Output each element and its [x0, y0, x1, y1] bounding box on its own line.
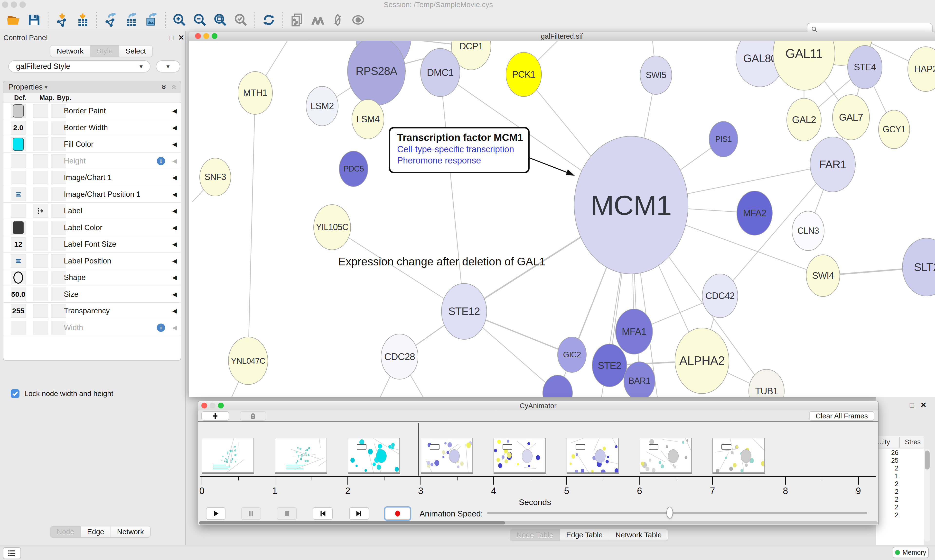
- expand-row-icon[interactable]: ◀: [173, 219, 177, 236]
- tab-select[interactable]: Select: [119, 46, 152, 57]
- timeline-frame-1[interactable]: [275, 438, 327, 474]
- mapping-cell[interactable]: [33, 104, 48, 118]
- table-scrollbar[interactable]: [924, 449, 930, 542]
- annotation-box[interactable]: Transcription factor MCM1 Cell-type-spec…: [389, 127, 529, 173]
- collapse-all-icon[interactable]: »: [168, 85, 179, 89]
- mapping-cell[interactable]: [33, 154, 48, 168]
- default-cell[interactable]: [11, 271, 26, 285]
- column-header[interactable]: ...ity: [878, 438, 890, 446]
- stop-button[interactable]: [277, 507, 297, 520]
- expand-row-icon[interactable]: ◀: [173, 153, 177, 169]
- default-cell[interactable]: 50.0: [11, 288, 26, 301]
- expand-row-icon[interactable]: ◀: [173, 303, 177, 319]
- skip-start-button[interactable]: [313, 507, 333, 520]
- node-LSM4[interactable]: LSM4: [352, 99, 384, 139]
- mapping-cell[interactable]: [33, 221, 48, 234]
- property-row-width[interactable]: Widthi◀: [3, 319, 181, 336]
- show-panels-button[interactable]: [3, 547, 21, 559]
- node-YIL105C[interactable]: YIL105C: [313, 205, 351, 250]
- node-YNL047C[interactable]: YNL047C: [228, 337, 268, 385]
- delete-frame-button[interactable]: [240, 411, 266, 421]
- node-BAR1[interactable]: BAR1: [623, 362, 655, 397]
- tab-node-table[interactable]: Node Table: [510, 529, 560, 540]
- node-GAL2[interactable]: GAL2: [787, 98, 822, 142]
- minimize-window-icon[interactable]: [11, 2, 17, 8]
- node-STE12[interactable]: STE12: [441, 283, 487, 340]
- node-GIC2[interactable]: GIC2: [557, 337, 586, 373]
- expand-row-icon[interactable]: ◀: [173, 253, 177, 269]
- column-header[interactable]: Stres: [905, 438, 921, 446]
- node-MTH1[interactable]: MTH1: [238, 71, 273, 115]
- default-cell[interactable]: 12: [11, 237, 26, 251]
- default-cell[interactable]: [11, 104, 26, 118]
- node-MFA1[interactable]: MFA1: [615, 309, 653, 354]
- import-table-icon[interactable]: [75, 12, 90, 28]
- timeline-frame-6[interactable]: [640, 438, 692, 474]
- info-icon[interactable]: i: [157, 323, 165, 332]
- import-network-icon[interactable]: [54, 12, 70, 28]
- expand-row-icon[interactable]: ◀: [173, 136, 177, 152]
- property-row-shape[interactable]: Shape◀: [3, 269, 181, 286]
- node-LSM2[interactable]: LSM2: [306, 86, 338, 126]
- add-frame-button[interactable]: [201, 411, 229, 421]
- node-CDC42[interactable]: CDC42: [702, 274, 738, 318]
- expand-row-icon[interactable]: ◀: [173, 286, 177, 303]
- close-panel-icon[interactable]: ✕: [920, 402, 926, 409]
- property-row-size[interactable]: 50.0Size◀: [3, 286, 181, 303]
- style-selector[interactable]: galFiltered Style ▾: [8, 60, 150, 72]
- node-CDC28[interactable]: CDC28: [381, 334, 418, 380]
- expand-row-icon[interactable]: ◀: [173, 186, 177, 203]
- node-CLN3[interactable]: CLN3: [792, 211, 824, 251]
- node-SWI5[interactable]: SWI5: [640, 56, 672, 95]
- mapping-cell[interactable]: [33, 188, 48, 201]
- node-DMC1[interactable]: DMC1: [420, 48, 460, 97]
- tab-network-table[interactable]: Network Table: [609, 529, 668, 540]
- default-cell[interactable]: [11, 154, 26, 168]
- mapping-cell[interactable]: [33, 204, 48, 218]
- default-cell[interactable]: [11, 171, 26, 185]
- timeline-frame-5[interactable]: [566, 438, 619, 474]
- pause-button[interactable]: [241, 507, 261, 520]
- skip-end-button[interactable]: [349, 507, 369, 520]
- play-button[interactable]: [206, 507, 225, 520]
- timeline-playhead[interactable]: [418, 423, 418, 475]
- mapping-cell[interactable]: [33, 321, 48, 334]
- zoom-selected-icon[interactable]: [233, 12, 248, 28]
- expand-row-icon[interactable]: ◀: [173, 269, 177, 286]
- binoculars-icon[interactable]: [310, 12, 325, 28]
- slider-handle[interactable]: [667, 507, 673, 518]
- tab-network[interactable]: Network: [50, 46, 90, 57]
- expand-row-icon[interactable]: ◀: [173, 103, 177, 119]
- close-window-icon[interactable]: [2, 2, 8, 8]
- network-window-titlebar[interactable]: galFiltered.sif: [189, 32, 935, 41]
- memory-button[interactable]: Memory: [893, 547, 929, 558]
- style-options-button[interactable]: ▾: [156, 60, 180, 72]
- expand-all-icon[interactable]: »: [159, 85, 169, 89]
- node-PIS1[interactable]: PIS1: [709, 121, 738, 157]
- node-PDC5[interactable]: PDC5: [339, 151, 368, 187]
- timeline-frame-7[interactable]: [713, 438, 765, 474]
- property-row-label-color[interactable]: Label Color◀: [3, 219, 181, 236]
- export-image-icon[interactable]: [143, 12, 159, 28]
- tab-network[interactable]: Network: [111, 526, 150, 537]
- export-table-icon[interactable]: [123, 12, 139, 28]
- info-icon[interactable]: i: [157, 157, 165, 165]
- expand-row-icon[interactable]: ◀: [173, 120, 177, 136]
- zoom-out-icon[interactable]: [192, 12, 208, 28]
- default-cell[interactable]: 255: [11, 304, 26, 318]
- node-SNF3[interactable]: SNF3: [199, 158, 231, 196]
- tab-edge-table[interactable]: Edge Table: [560, 529, 609, 540]
- node-FAR1[interactable]: FAR1: [810, 137, 856, 192]
- save-icon[interactable]: [26, 12, 42, 28]
- export-network-icon[interactable]: [103, 12, 118, 28]
- node-ALPHA2[interactable]: ALPHA2: [675, 328, 729, 394]
- node-STE2[interactable]: STE2: [592, 344, 627, 387]
- expand-row-icon[interactable]: ◀: [173, 169, 177, 186]
- property-row-border-width[interactable]: 2.0Border Width◀: [3, 120, 181, 136]
- close-panel-icon[interactable]: ✕: [178, 34, 184, 42]
- mapping-cell[interactable]: [33, 271, 48, 285]
- maximize-window-icon[interactable]: [20, 2, 26, 8]
- default-cell[interactable]: [11, 254, 26, 268]
- animation-speed-slider[interactable]: [487, 512, 867, 514]
- default-cell[interactable]: [11, 137, 26, 151]
